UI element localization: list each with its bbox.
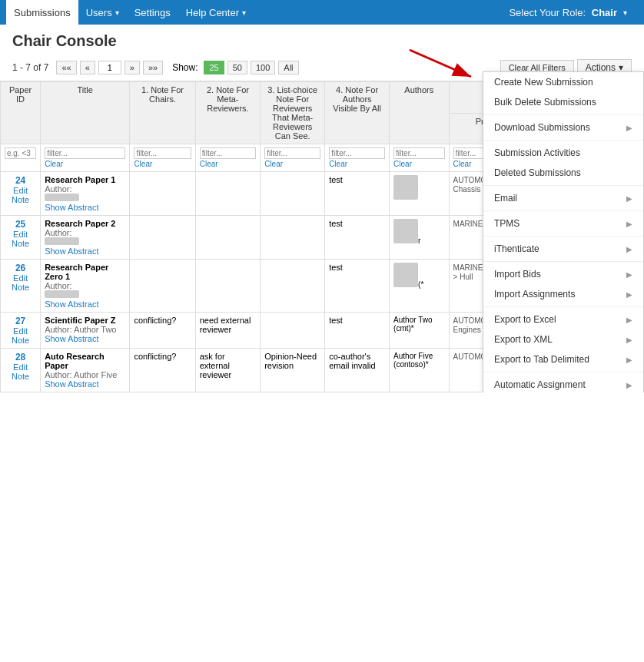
chevron-down-icon: ▾ — [115, 8, 119, 17]
clear-note4-filter[interactable]: Clear — [329, 160, 347, 168]
page-header: Chair Console — [0, 25, 644, 55]
menu-import-bids[interactable]: Import Bids ▶ — [483, 264, 643, 284]
cell-note4: test — [325, 216, 390, 260]
paper-title: Research Paper Zero 1 — [45, 263, 125, 281]
first-page-button[interactable]: «« — [56, 61, 76, 74]
cell-note1: conflicting? — [130, 313, 195, 349]
menu-email[interactable]: Email ▶ — [483, 188, 643, 208]
author-label: Author: — [45, 228, 125, 237]
menu-divider — [483, 140, 643, 141]
show-abstract-link[interactable]: Show Abstract — [45, 334, 125, 343]
clear-note1-filter[interactable]: Clear — [134, 160, 152, 168]
show-abstract-link[interactable]: Show Abstract — [45, 379, 125, 389]
clear-note2-filter[interactable]: Clear — [200, 160, 218, 168]
paper-title: Research Paper 1 — [45, 175, 125, 184]
menu-divider — [483, 261, 643, 262]
filter-id-input[interactable] — [5, 147, 36, 159]
show-label: Show: — [172, 62, 198, 73]
menu-bulk-delete-submissions[interactable]: Bulk Delete Submissions — [483, 92, 643, 112]
filter-note3-input[interactable] — [264, 147, 320, 159]
edit-note-link[interactable]: Edit Note — [5, 273, 36, 292]
nav-users[interactable]: Users ▾ — [78, 0, 127, 25]
cell-id: 27 Edit Note — [1, 313, 41, 349]
chevron-down-icon: ▾ — [623, 8, 627, 17]
menu-automatic-assignment[interactable]: Automatic Assignment ▶ — [483, 375, 643, 392]
cell-note1: conflicting? — [130, 349, 195, 392]
cell-title: Research Paper 2 Author: Show Abstract — [41, 216, 130, 260]
cell-note4: test — [325, 313, 390, 349]
cell-note1 — [130, 216, 195, 260]
menu-download-submissions[interactable]: Download Submissions ▶ — [483, 118, 643, 137]
filter-authors: Clear — [390, 144, 450, 172]
menu-ithenticate[interactable]: iThenticate ▶ — [483, 239, 643, 259]
show-abstract-link[interactable]: Show Abstract — [45, 203, 125, 212]
filter-authors-input[interactable] — [393, 147, 445, 159]
pagination-info: 1 - 7 of 7 — [12, 62, 48, 73]
cell-note3 — [261, 313, 325, 349]
show-25-button[interactable]: 25 — [204, 61, 224, 74]
show-all-button[interactable]: All — [278, 61, 298, 74]
actions-dropdown: Create New Submission Bulk Delete Submis… — [483, 71, 644, 392]
paper-id-value: 24 — [5, 175, 36, 186]
cell-authors: r — [390, 216, 450, 260]
cell-note3: Opinion-Need revision — [261, 349, 325, 392]
edit-note-link[interactable]: Edit Note — [5, 326, 36, 345]
cell-note1 — [130, 172, 195, 216]
menu-export-xml[interactable]: Export to XML ▶ — [483, 329, 643, 349]
author-blurred — [45, 194, 79, 201]
menu-create-submission[interactable]: Create New Submission — [483, 72, 643, 92]
cell-title: Research Paper Zero 1 Author: Show Abstr… — [41, 260, 130, 313]
avatar — [393, 175, 418, 200]
edit-note-link[interactable]: Edit Note — [5, 230, 36, 248]
paper-id-value: 25 — [5, 219, 36, 230]
edit-note-link[interactable]: Edit Note — [5, 186, 36, 204]
nav-role-select[interactable]: Select Your Role: Chair ▾ — [501, 0, 638, 25]
show-abstract-link[interactable]: Show Abstract — [45, 300, 125, 309]
filter-title: Clear — [41, 144, 130, 172]
filter-note4-input[interactable] — [329, 147, 385, 159]
menu-tpms[interactable]: TPMS ▶ — [483, 213, 643, 233]
clear-note3-filter[interactable]: Clear — [264, 160, 283, 168]
show-50-button[interactable]: 50 — [227, 61, 247, 74]
clear-authors-filter[interactable]: Clear — [393, 160, 412, 168]
clear-primary-filter[interactable]: Clear — [453, 160, 472, 168]
nav-help[interactable]: Help Center ▾ — [178, 0, 254, 25]
menu-divider — [483, 236, 643, 237]
next-page-button[interactable]: » — [124, 61, 140, 74]
submenu-arrow-icon: ▶ — [626, 270, 632, 279]
chevron-down-icon: ▾ — [242, 8, 246, 17]
page-number-input[interactable] — [98, 61, 121, 74]
author-blurred — [45, 237, 79, 245]
edit-note-link[interactable]: Edit Note — [5, 362, 36, 381]
submenu-arrow-icon: ▶ — [626, 245, 632, 253]
prev-page-button[interactable]: « — [80, 61, 95, 74]
cell-id: 26 Edit Note — [1, 260, 41, 313]
submenu-arrow-icon: ▶ — [626, 381, 632, 389]
cell-id: 28 Edit Note — [1, 349, 41, 392]
cell-note2: ask for external reviewer — [195, 349, 260, 392]
clear-title-filter[interactable]: Clear — [45, 160, 63, 168]
nav-settings[interactable]: Settings — [127, 0, 178, 25]
cell-id: 25 Edit Note — [1, 216, 41, 260]
filter-title-input[interactable] — [45, 147, 125, 159]
menu-import-assignments[interactable]: Import Assignments ▶ — [483, 284, 643, 304]
menu-export-tab[interactable]: Export to Tab Delimited ▶ — [483, 349, 643, 369]
paper-id-value: 27 — [5, 316, 36, 326]
menu-submission-activities[interactable]: Submission Activities — [483, 143, 643, 163]
menu-divider — [483, 185, 643, 186]
show-abstract-link[interactable]: Show Abstract — [45, 247, 125, 256]
menu-deleted-submissions[interactable]: Deleted Submissions — [483, 163, 643, 183]
author-label: Author: — [45, 281, 125, 290]
cell-note4: test — [325, 260, 390, 313]
last-page-button[interactable]: »» — [143, 61, 163, 74]
avatar — [393, 219, 418, 243]
nav-submissions[interactable]: Submissions — [6, 0, 78, 25]
show-100-button[interactable]: 100 — [251, 61, 275, 74]
submenu-arrow-icon: ▶ — [626, 336, 632, 344]
page-title: Chair Console — [12, 32, 632, 50]
filter-note2: Clear — [195, 144, 260, 172]
filter-note1-input[interactable] — [134, 147, 191, 159]
th-paper-id: Paper ID — [1, 82, 41, 144]
filter-note2-input[interactable] — [200, 147, 256, 159]
menu-export-excel[interactable]: Export to Excel ▶ — [483, 309, 643, 329]
